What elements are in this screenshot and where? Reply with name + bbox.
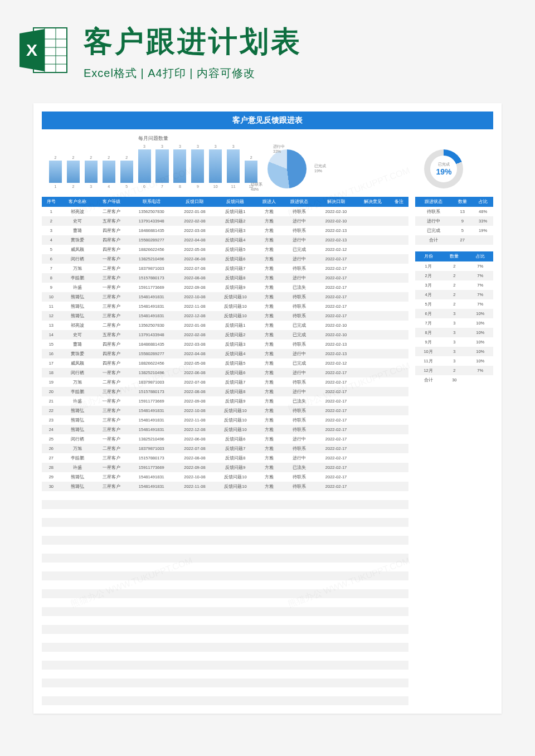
month-row: 8月310% (415, 328, 493, 337)
status-header: 占比 (473, 197, 493, 207)
empty-row (42, 589, 408, 598)
main-row: 21许盛一星客户159117736692022-09-08反馈问题9方雅已流失2… (42, 396, 408, 406)
bar-chart: 每月问题数量 212223242536373839310311212 (45, 135, 262, 188)
month-row: 9月310% (415, 337, 493, 347)
main-header: 客户名称 (61, 197, 95, 207)
empty-row (42, 554, 408, 563)
status-row: 已完成519% (415, 226, 493, 235)
main-row: 6闵行栖一星客户138252104962022-06-08反馈问题6方雅进行中2… (42, 254, 408, 264)
empty-row (42, 670, 408, 679)
main-row: 25闵行栖一星客户138252104962022-06-08反馈问题6方雅进行中… (42, 434, 408, 444)
month-header: 占比 (468, 251, 493, 261)
main-row: 8李皓鹏三星客户151578801732022-08-08反馈问题8方雅进行中2… (42, 273, 408, 283)
page-subtitle: Excel格式 | A4打印 | 内容可修改 (84, 66, 518, 81)
bar-col: 25 (119, 156, 135, 188)
empty-row (42, 625, 408, 634)
month-row: 3月27% (415, 280, 493, 290)
bar-col: 21 (47, 156, 64, 188)
main-row: 27李皓鹏三星客户151578801732022-08-08反馈问题8方雅进行中… (42, 453, 408, 463)
main-row: 12熊璐弘三星客户154814918312022-12-08反馈问题10方雅待联… (42, 311, 408, 321)
bar-col: 38 (172, 144, 188, 188)
empty-row (42, 687, 408, 696)
main-header: 跟进状态 (283, 197, 317, 207)
empty-row (42, 527, 408, 536)
bar-col: 39 (189, 144, 206, 188)
main-row: 10熊璐弘三星客户154814918312022-10-08反馈问题10方雅待联… (42, 292, 408, 302)
excel-sheet: 熊猫办公 WWW.TUKUPPT.COM 熊猫办公 WWW.TUKUPPT.CO… (33, 103, 502, 714)
main-row: 16黄珠爱四星客户155802892772022-04-08反馈问题4方雅进行中… (42, 349, 408, 358)
main-row: 15曹璐四星客户184868814352022-03-08反馈问题3方雅待联系2… (42, 340, 408, 349)
main-row: 26万旭二星客户183798710032022-07-08反馈问题7方雅待联系2… (42, 444, 408, 453)
month-header: 数量 (441, 251, 467, 261)
main-row: 5威凤颖四星客户188266224562022-05-08反馈问题5方雅已完成2… (42, 245, 408, 254)
empty-row (42, 643, 408, 652)
main-row: 4黄珠爱四星客户155802892772022-04-08反馈问题4方雅进行中2… (42, 235, 408, 245)
empty-row (42, 679, 408, 687)
bar-chart-title: 每月问题数量 (45, 135, 262, 142)
main-row: 2史可五星客户137914339482022-02-08反馈问题2方雅进行中20… (42, 216, 408, 226)
status-header: 跟进状态 (415, 197, 452, 207)
sheet-title: 客户意见反馈跟进表 (42, 112, 493, 129)
main-row: 7万旭二星客户183798710032022-07-08反馈问题7方雅待联系20… (42, 264, 408, 273)
main-row: 20李皓鹏三星客户151578801732022-08-08反馈问题8方雅进行中… (42, 387, 408, 396)
status-row: 合计27 (415, 235, 493, 245)
main-header: 联系电话 (128, 197, 175, 207)
empty-row (42, 500, 408, 509)
main-row: 19万旭二星客户183798710032022-07-08反馈问题7方雅待联系2… (42, 377, 408, 387)
main-header: 反馈问题 (215, 197, 256, 207)
empty-row (42, 518, 408, 527)
month-row: 1月27% (415, 261, 493, 271)
empty-row (42, 545, 408, 554)
pie-label-progress: 待联系48% (251, 182, 262, 191)
bar-col: 310 (207, 144, 223, 188)
charts-row: 每月问题数量 212223242536373839310311212 进行中33… (42, 129, 493, 194)
month-row: 7月310% (415, 318, 493, 328)
main-row: 28许盛一星客户159117736692022-09-08反馈问题9方雅已流失2… (42, 463, 408, 472)
month-header: 月份 (415, 251, 441, 261)
main-header: 序号 (42, 197, 61, 207)
empty-row (42, 634, 408, 643)
month-row: 12月27% (415, 366, 493, 375)
main-table: 序号客户名称客户等级联系电话反馈日期反馈问题跟进人跟进状态解决日期解决意见备注 … (42, 197, 408, 705)
empty-row (42, 652, 408, 661)
main-header: 解决意见 (356, 197, 390, 207)
bar-col: 311 (225, 144, 241, 188)
month-row: 10月310% (415, 347, 493, 356)
empty-row (42, 571, 408, 580)
pie-label-done: 进行中33% (273, 144, 285, 153)
month-row: 合计30 (415, 375, 493, 385)
main-row: 17威凤颖四星客户188266224562022-05-08反馈问题5方雅已完成… (42, 358, 408, 368)
month-row: 4月27% (415, 290, 493, 299)
empty-row (42, 598, 408, 607)
month-row: 11月310% (415, 356, 493, 366)
month-row: 5月27% (415, 299, 493, 309)
donut-chart: 已完成 19% (397, 149, 490, 188)
main-row: 24熊璐弘三星客户154814918312022-12-08反馈问题10方雅待联… (42, 425, 408, 434)
donut-pct: 19% (436, 167, 451, 176)
excel-icon: X (17, 22, 72, 78)
main-row: 18闵行栖一星客户138252104962022-06-08反馈问题6方雅进行中… (42, 368, 408, 377)
bar-col: 37 (154, 144, 171, 188)
main-row: 23熊璐弘三星客户154814918312022-11-08反馈问题10方雅待联… (42, 415, 408, 425)
month-row: 2月27% (415, 271, 493, 280)
main-row: 29熊璐弘三星客户154814918312022-10-08反馈问题10方雅待联… (42, 472, 408, 482)
main-header: 客户等级 (94, 197, 128, 207)
month-row: 6月310% (415, 309, 493, 318)
empty-row (42, 607, 408, 616)
main-header: 解决日期 (316, 197, 356, 207)
main-row: 11熊璐弘三星客户154814918312022-11-08反馈问题10方雅待联… (42, 302, 408, 311)
empty-row (42, 696, 408, 705)
main-row: 30熊璐弘三星客户154814918312022-11-08反馈问题10方雅待联… (42, 482, 408, 491)
svg-text:X: X (26, 41, 37, 59)
bar-col: 23 (83, 156, 99, 188)
main-row: 13祁亮波二星客户135625078302022-01-08反馈问题1方雅已完成… (42, 321, 408, 330)
page-title: 客户跟进计划表 (84, 22, 518, 61)
status-header: 数量 (452, 197, 473, 207)
donut-label: 已完成 (438, 162, 450, 167)
pie-label-pending: 已完成19% (314, 163, 326, 173)
bar-col: 36 (137, 144, 153, 188)
status-row: 进行中933% (415, 216, 493, 226)
empty-row (42, 616, 408, 625)
empty-row (42, 661, 408, 670)
empty-row (42, 563, 408, 571)
